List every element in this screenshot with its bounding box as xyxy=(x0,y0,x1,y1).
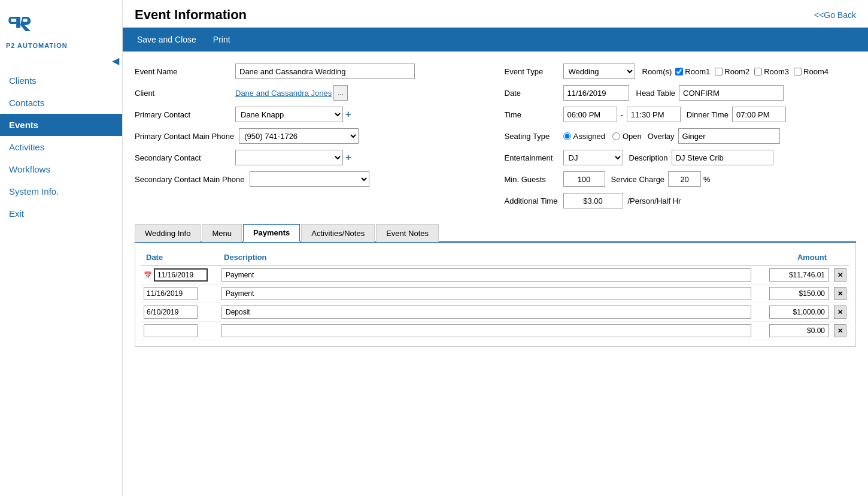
event-type-select[interactable]: Wedding Birthday Conference Other xyxy=(563,63,635,79)
client-link[interactable]: Dane and Cassandra Jones xyxy=(235,89,332,98)
seating-open-radio[interactable] xyxy=(612,132,620,140)
event-name-label: Event Name xyxy=(135,67,230,76)
time-row: Time - Dinner Time xyxy=(505,107,857,122)
time-start-input[interactable] xyxy=(563,107,617,122)
room3-check[interactable]: Room3 xyxy=(754,67,789,76)
seating-assigned-radio[interactable] xyxy=(563,132,571,140)
event-name-input[interactable] xyxy=(235,63,415,79)
dinner-time-label: Dinner Time xyxy=(687,110,729,119)
head-table-label: Head Table xyxy=(636,89,676,98)
go-back-link[interactable]: <<Go Back xyxy=(814,10,856,20)
payment-delete-button[interactable]: ✕ xyxy=(834,268,846,282)
tab-wedding-info[interactable]: Wedding Info xyxy=(135,224,201,242)
seating-row: Seating Type Assigned Open Overlay xyxy=(505,128,857,144)
seating-open-label: Open xyxy=(623,132,642,141)
seating-type-label: Seating Type xyxy=(505,132,559,141)
dinner-time-input[interactable] xyxy=(732,107,786,122)
date-input[interactable] xyxy=(563,85,629,101)
secondary-contact-phone-select[interactable] xyxy=(250,171,369,187)
logo-text: P2 AUTOMATION xyxy=(6,42,113,49)
client-ellipsis-button[interactable]: ... xyxy=(333,85,348,101)
primary-contact-select[interactable]: Dane Knapp xyxy=(235,107,343,122)
main-content: Event Information <<Go Back Save and Clo… xyxy=(123,0,868,496)
sidebar-item-exit[interactable]: Exit xyxy=(0,202,122,225)
payment-amount-input[interactable] xyxy=(769,324,829,337)
col-action xyxy=(831,249,849,266)
page-title: Event Information xyxy=(135,7,247,23)
overlay-label: Overlay xyxy=(648,132,675,141)
secondary-contact-select[interactable] xyxy=(235,150,343,165)
room2-check[interactable]: Room2 xyxy=(715,67,749,76)
payment-amount-input[interactable] xyxy=(769,268,829,282)
payment-date-input[interactable] xyxy=(144,287,198,300)
save-close-button[interactable]: Save and Close xyxy=(135,34,199,46)
payment-delete-button[interactable]: ✕ xyxy=(834,324,846,337)
sidebar-item-events[interactable]: Events xyxy=(0,114,122,136)
payment-description-input[interactable] xyxy=(221,324,751,337)
seating-assigned-option[interactable]: Assigned xyxy=(563,132,605,141)
room1-checkbox[interactable] xyxy=(675,68,683,75)
tabs-container: Wedding Info Menu Payments Activities/No… xyxy=(135,223,856,347)
sidebar: P2 AUTOMATION ◀ Clients Contacts Events … xyxy=(0,0,123,496)
head-table-input[interactable] xyxy=(679,85,784,101)
payment-description-input[interactable] xyxy=(221,287,751,300)
payment-amount-input[interactable] xyxy=(769,306,829,319)
payment-delete-button[interactable]: ✕ xyxy=(834,287,846,300)
additional-time-unit: /Person/Half Hr xyxy=(628,196,681,205)
room2-checkbox[interactable] xyxy=(715,68,723,75)
primary-contact-label: Primary Contact xyxy=(135,110,230,119)
payment-date-input[interactable] xyxy=(144,324,198,337)
sidebar-item-clients[interactable]: Clients xyxy=(0,69,122,92)
payment-date-cell xyxy=(141,322,219,340)
tab-menu[interactable]: Menu xyxy=(202,224,242,242)
col-amount: Amount xyxy=(754,249,831,266)
description-input[interactable] xyxy=(672,150,773,165)
additional-time-input[interactable] xyxy=(563,193,623,208)
print-button[interactable]: Print xyxy=(211,34,233,46)
additional-time-label: Additional Time xyxy=(505,196,559,205)
tabs-header: Wedding Info Menu Payments Activities/No… xyxy=(135,223,856,243)
form-area: Event Name Client Dane and Cassandra Jon… xyxy=(123,52,868,496)
tab-payments[interactable]: Payments xyxy=(243,224,300,242)
room4-check[interactable]: Room4 xyxy=(794,67,828,76)
payment-date-input[interactable] xyxy=(154,268,208,282)
payment-delete-cell: ✕ xyxy=(831,285,849,303)
min-guests-input[interactable] xyxy=(563,171,605,187)
payment-description-cell xyxy=(219,285,754,303)
overlay-input[interactable] xyxy=(678,128,780,144)
sidebar-item-activities[interactable]: Activities xyxy=(0,136,122,158)
payment-amount-input[interactable] xyxy=(769,287,829,300)
entertainment-row: Entertainment DJ Band None Description xyxy=(505,150,857,165)
service-charge-input[interactable] xyxy=(668,171,701,187)
svg-rect-0 xyxy=(11,19,17,22)
payment-date-input[interactable] xyxy=(144,306,198,319)
entertainment-select[interactable]: DJ Band None xyxy=(563,150,623,165)
time-end-input[interactable] xyxy=(627,107,681,122)
p2-logo-icon xyxy=(6,12,42,39)
room1-check[interactable]: Room1 xyxy=(675,67,710,76)
room3-checkbox[interactable] xyxy=(754,68,762,75)
sidebar-item-system-info[interactable]: System Info. xyxy=(0,180,122,202)
event-name-row: Event Name xyxy=(135,63,487,79)
secondary-contact-row: Secondary Contact + xyxy=(135,150,487,165)
payment-description-input[interactable] xyxy=(221,306,751,319)
seating-open-option[interactable]: Open xyxy=(612,132,642,141)
calendar-icon[interactable]: 📅 xyxy=(144,271,152,279)
sidebar-item-contacts[interactable]: Contacts xyxy=(0,92,122,114)
tab-event-notes[interactable]: Event Notes xyxy=(376,224,439,242)
left-column: Event Name Client Dane and Cassandra Jon… xyxy=(135,63,487,214)
sidebar-toggle[interactable]: ◀ xyxy=(0,55,122,66)
payment-description-input[interactable] xyxy=(221,268,751,282)
sidebar-item-workflows[interactable]: Workflows xyxy=(0,158,122,180)
primary-contact-phone-select[interactable]: (950) 741-1726 xyxy=(239,128,359,144)
room4-checkbox[interactable] xyxy=(794,68,802,75)
tab-activities-notes[interactable]: Activities/Notes xyxy=(301,224,375,242)
payment-description-cell xyxy=(219,303,754,322)
secondary-contact-add-button[interactable]: + xyxy=(345,152,351,163)
table-row: 📅✕ xyxy=(141,266,849,285)
payment-delete-button[interactable]: ✕ xyxy=(834,306,846,319)
primary-contact-add-button[interactable]: + xyxy=(345,109,351,120)
payment-amount-cell xyxy=(754,322,831,340)
primary-contact-row: Primary Contact Dane Knapp + xyxy=(135,107,487,122)
payment-date-cell xyxy=(141,285,219,303)
